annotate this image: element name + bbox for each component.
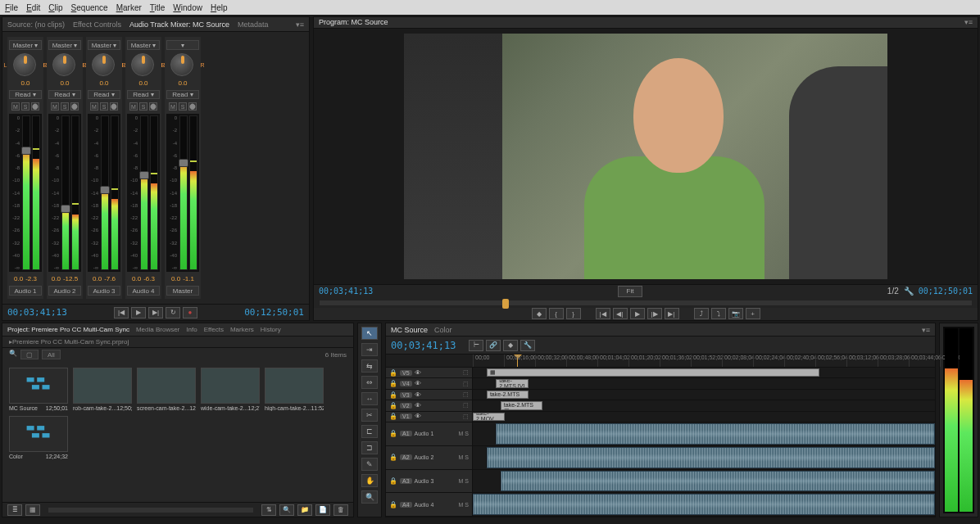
record-button[interactable]: ⬤: [70, 102, 79, 111]
fader-track[interactable]: [22, 115, 30, 270]
thumbnail-size-slider[interactable]: [48, 508, 253, 513]
fader-handle[interactable]: [21, 147, 31, 155]
fader-track[interactable]: [179, 115, 188, 270]
ripple-edit-tool[interactable]: ⇆: [361, 359, 378, 373]
loop-button[interactable]: ↻: [166, 307, 180, 318]
track-id[interactable]: V1: [400, 413, 412, 419]
zoom-tool[interactable]: 🔍: [361, 490, 378, 504]
razor-tool[interactable]: ✂: [361, 409, 378, 422]
panel-menu-icon[interactable]: ▾≡: [964, 18, 973, 26]
playhead-handle[interactable]: [502, 299, 509, 309]
tab-markers[interactable]: Markers: [230, 326, 254, 333]
channel-label[interactable]: Audio 1: [9, 286, 42, 296]
track-lane[interactable]: [473, 493, 935, 516]
fader-handle[interactable]: [139, 171, 149, 179]
lock-icon[interactable]: 🔒: [389, 501, 397, 508]
step-back-button[interactable]: ◀|: [613, 308, 628, 319]
track-lane[interactable]: screen-cam-take-2.MTS ▦: [473, 400, 935, 410]
toggle-output-icon[interactable]: 👁: [415, 402, 421, 409]
audio-clip[interactable]: [496, 423, 935, 445]
pan-value[interactable]: 0.0: [60, 79, 69, 87]
toggle-output-icon[interactable]: 👁: [415, 413, 421, 420]
timeline-settings-button[interactable]: 🔧: [520, 340, 535, 351]
pan-knob[interactable]: [131, 53, 154, 76]
toggle-output-icon[interactable]: 👁: [415, 380, 421, 387]
zoom-level[interactable]: 1/2: [887, 287, 899, 296]
go-to-out-button[interactable]: ▶|: [148, 307, 163, 318]
menu-edit[interactable]: Edit: [26, 3, 40, 12]
pan-value[interactable]: 0.0: [20, 79, 29, 87]
track-id[interactable]: A4: [400, 502, 412, 508]
lock-icon[interactable]: 🔒: [389, 477, 397, 485]
menu-marker[interactable]: Marker: [116, 3, 142, 12]
clip-thumbnail[interactable]: [201, 368, 260, 404]
output-dropdown[interactable]: Master ▾: [9, 40, 42, 50]
go-to-in-button[interactable]: |◀: [114, 307, 129, 318]
channel-label[interactable]: Audio 4: [127, 286, 160, 296]
mark-out-button[interactable]: }: [566, 308, 581, 319]
channel-label[interactable]: Master: [166, 286, 199, 296]
pan-knob[interactable]: [52, 53, 75, 76]
output-dropdown[interactable]: Master ▾: [88, 40, 120, 50]
track-header[interactable]: 🔒A4Audio 4MS: [386, 493, 473, 516]
slide-tool[interactable]: ⊐: [361, 441, 378, 454]
project-clip[interactable]: screen-cam-take-2...12;24;17: [137, 368, 196, 411]
pan-knob[interactable]: [13, 53, 36, 76]
video-clip[interactable]: screen-cam-take-2.MTS ▦: [501, 401, 542, 409]
menu-file[interactable]: FFileile: [5, 3, 18, 12]
lock-icon[interactable]: 🔒: [389, 413, 397, 420]
toggle-output-icon[interactable]: 👁: [415, 391, 421, 399]
solo-button[interactable]: S: [139, 102, 147, 111]
go-to-out-button[interactable]: ▶|: [665, 308, 679, 319]
find-button[interactable]: 🔍: [279, 504, 294, 516]
tab-media-browser[interactable]: Media Browser: [136, 326, 179, 333]
track-header[interactable]: 🔒V4👁⬚: [386, 378, 473, 388]
selection-tool[interactable]: ↖: [361, 327, 378, 340]
lock-icon[interactable]: 🔒: [389, 402, 397, 409]
project-clip[interactable]: high-cam-take-2...11:52:04: [265, 368, 324, 411]
timeline-tracks[interactable]: 🔒V5👁⬚ ▦🔒V4👁⬚rob-cam-take-2.MTS [V] ▦🔒V3👁…: [386, 368, 935, 517]
track-header[interactable]: 🔒V3👁⬚: [386, 390, 473, 400]
lift-button[interactable]: ⤴: [694, 308, 709, 319]
export-frame-button[interactable]: 📷: [728, 308, 743, 319]
solo-button[interactable]: S: [21, 102, 29, 111]
tab-effect-controls[interactable]: Effect Controls: [73, 20, 121, 29]
project-clip[interactable]: wide-cam-take-2...12;27;15: [201, 368, 260, 411]
automation-mode-dropdown[interactable]: Read ▾: [166, 90, 199, 99]
automation-mode-dropdown[interactable]: Read ▾: [48, 90, 81, 99]
track-id[interactable]: V4: [400, 381, 412, 386]
pan-knob[interactable]: [170, 53, 193, 76]
slip-tool[interactable]: ⊏: [361, 425, 378, 438]
video-clip[interactable]: rob-cam-take-2.MTS [V] ▦: [496, 379, 528, 387]
sort-icon[interactable]: ⇅: [261, 504, 276, 516]
track-lane[interactable]: [473, 422, 935, 445]
record-button[interactable]: ●: [183, 307, 197, 318]
project-clip[interactable]: Color12;24;32: [9, 416, 68, 459]
lock-icon[interactable]: 🔒: [389, 430, 397, 437]
timeline-ruler[interactable]: 00;0000;00;16;0000;00;32;0000;00;48;0000…: [386, 355, 935, 368]
record-button[interactable]: ⬤: [31, 102, 39, 111]
lock-icon[interactable]: 🔒: [389, 454, 397, 461]
icon-view-button[interactable]: ▦: [25, 504, 40, 516]
clip-thumbnail[interactable]: [9, 368, 68, 404]
mute-button[interactable]: M: [129, 102, 138, 111]
tab-effects[interactable]: Effects: [204, 326, 224, 333]
track-select-tool[interactable]: ⇥: [361, 343, 378, 356]
project-clip[interactable]: rob-cam-take-2...12;50;01: [73, 368, 132, 411]
solo-button[interactable]: S: [465, 478, 469, 484]
output-dropdown[interactable]: ▾: [166, 40, 199, 50]
tab-history[interactable]: History: [261, 326, 281, 333]
pan-value[interactable]: 0.0: [138, 79, 147, 87]
solo-button[interactable]: S: [465, 502, 469, 508]
delete-button[interactable]: 🗑: [333, 504, 348, 516]
video-clip[interactable]: wide-cam-take-2.MTS [V] ▦: [487, 391, 529, 399]
search-icon[interactable]: 🔍: [9, 350, 17, 359]
solo-button[interactable]: S: [100, 102, 108, 111]
mute-button[interactable]: M: [11, 102, 20, 111]
extract-button[interactable]: ⤵: [711, 308, 726, 319]
video-clip[interactable]: ▦: [487, 368, 819, 377]
rate-stretch-tool[interactable]: ↔: [361, 392, 378, 405]
tab-program[interactable]: Program: MC Source: [319, 18, 388, 26]
track-id[interactable]: V5: [400, 370, 412, 376]
panel-menu-icon[interactable]: ▾≡: [296, 20, 304, 29]
